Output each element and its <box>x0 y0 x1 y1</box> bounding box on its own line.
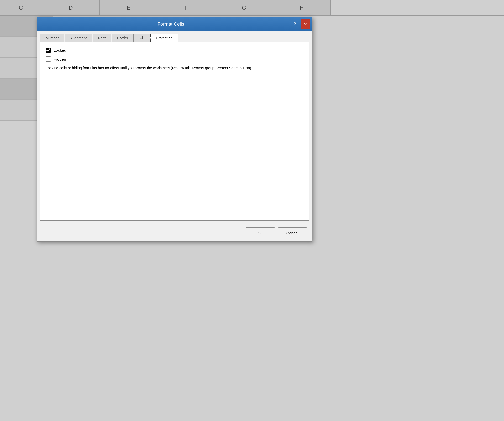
locked-checkbox[interactable] <box>46 48 51 53</box>
tab-border[interactable]: Border <box>112 34 134 42</box>
hidden-row: Hidden <box>46 56 303 62</box>
dialog-title-bar: Format Cells ? ✕ <box>37 17 312 31</box>
close-button[interactable]: ✕ <box>301 19 310 29</box>
tab-alignment[interactable]: Alignment <box>65 34 92 42</box>
dialog-body: Number Alignment Font Border Fill Protec… <box>37 31 312 221</box>
tab-bar: Number Alignment Font Border Fill Protec… <box>37 31 312 42</box>
help-button[interactable]: ? <box>290 19 300 29</box>
tab-protection[interactable]: Protection <box>150 34 178 42</box>
dialog-footer: OK Cancel <box>37 224 312 241</box>
dialog-title: Format Cells <box>52 22 290 27</box>
ok-button[interactable]: OK <box>246 227 275 238</box>
tab-number[interactable]: Number <box>40 34 64 42</box>
locked-row: Locked <box>46 48 303 53</box>
format-cells-dialog: Format Cells ? ✕ Number Alignment Font B… <box>37 17 312 242</box>
tab-content-protection: Locked Hidden Locking cells or hiding fo… <box>40 42 309 221</box>
hidden-label[interactable]: Hidden <box>54 57 66 61</box>
cancel-button[interactable]: Cancel <box>278 227 307 238</box>
locked-label[interactable]: Locked <box>54 48 66 52</box>
title-bar-controls: ? ✕ <box>290 19 310 29</box>
tab-fill[interactable]: Fill <box>134 34 150 42</box>
protection-description: Locking cells or hiding formulas has no … <box>46 65 282 71</box>
tab-font[interactable]: Font <box>93 34 111 42</box>
hidden-checkbox[interactable] <box>46 56 51 62</box>
